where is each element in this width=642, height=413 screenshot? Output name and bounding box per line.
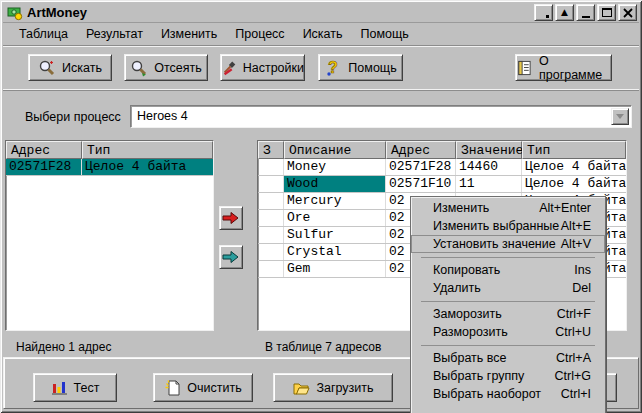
close-button[interactable]: [618, 4, 637, 21]
table-cell: Ore: [284, 210, 386, 226]
menu-item-shortcut: Ctrl+G: [555, 369, 591, 383]
menu-item-label: Копировать: [433, 263, 500, 277]
context-menu-item[interactable]: ЗаморозитьCtrl+F: [411, 305, 605, 323]
context-menu-item[interactable]: ИзменитьAlt+Enter: [411, 199, 605, 217]
process-label: Выбери процесс: [25, 110, 121, 124]
menu-table[interactable]: Таблица: [10, 24, 77, 44]
about-button-label: О программе: [539, 54, 611, 82]
table-cell: Целое 4 байта: [82, 159, 213, 175]
left-status: Найдено 1 адрес: [16, 340, 111, 354]
menu-item-label: Изменить: [433, 201, 489, 215]
menu-result[interactable]: Результат: [77, 24, 152, 44]
context-menu-item[interactable]: УдалитьDel: [411, 279, 605, 297]
maximize-icon: [602, 8, 612, 17]
minimize-button[interactable]: [576, 4, 595, 21]
search-results-table[interactable]: Адрес Тип 02571F28 Целое 4 байта: [5, 140, 214, 331]
menu-item-shortcut: Alt+Enter: [539, 201, 591, 215]
menu-help[interactable]: Помощь: [352, 24, 418, 44]
help-button-label: Помощь: [348, 61, 396, 75]
process-combobox[interactable]: Heroes 4: [130, 105, 632, 128]
menu-item-shortcut: Alt+E: [561, 219, 591, 233]
menu-item-shortcut: Ctrl+F: [557, 307, 591, 321]
column-header[interactable]: Значение: [456, 141, 522, 159]
menu-item-shortcut: Ctrl+I: [561, 387, 591, 401]
menu-item-label: Выбрать наоборот: [433, 387, 541, 401]
search-button-label: Искать: [62, 61, 102, 75]
menu-edit[interactable]: Изменить: [152, 24, 226, 44]
table-cell: [258, 261, 284, 277]
menu-item-shortcut: Del: [572, 281, 591, 295]
sieve-button-label: Отсеять: [154, 61, 202, 75]
app-money-icon: [7, 5, 23, 21]
chevron-down-icon: [616, 114, 624, 119]
move-all-to-table-button[interactable]: [219, 245, 243, 269]
context-menu-item[interactable]: Установить значениеAlt+V: [411, 235, 605, 253]
table-cell: Целое 4 байта: [522, 176, 626, 192]
test-button[interactable]: Тест: [33, 373, 117, 402]
search-button[interactable]: Искать: [28, 54, 112, 81]
combo-dropdown-button[interactable]: [611, 108, 629, 125]
close-icon: [623, 8, 633, 18]
right-status: В таблице 7 адресов: [265, 340, 381, 354]
menu-process[interactable]: Процесс: [226, 24, 293, 44]
about-icon: [516, 59, 533, 77]
table-cell: [258, 176, 284, 192]
help-button[interactable]: ? Помощь: [318, 54, 403, 81]
menu-item-label: Выбрать все: [433, 351, 507, 365]
process-value: Heroes 4: [137, 109, 188, 123]
context-menu-item[interactable]: КопироватьIns: [411, 261, 605, 279]
menu-item-label: Установить значение: [433, 237, 556, 251]
table-row[interactable]: Money02571F2814460Целое 4 байта: [258, 159, 626, 176]
column-header[interactable]: Тип: [522, 141, 626, 159]
column-header[interactable]: Адрес: [386, 141, 456, 159]
table-row[interactable]: 02571F28 Целое 4 байта: [6, 159, 213, 176]
window-title: ArtMoney: [27, 5, 87, 20]
table-cell: Money: [284, 159, 386, 175]
search-icon: [38, 59, 56, 77]
clear-button[interactable]: Очистить: [153, 373, 253, 402]
context-menu-item[interactable]: Выбрать группуCtrl+G: [411, 367, 605, 385]
menubar: Таблица Результат Изменить Процесс Искат…: [4, 24, 418, 44]
table-cell: 11: [456, 176, 522, 192]
table-cell: Sulfur: [284, 227, 386, 243]
column-header[interactable]: Адрес: [6, 141, 82, 159]
bar-chart-icon: [51, 379, 68, 396]
move-to-table-button[interactable]: [219, 206, 243, 230]
context-menu-item[interactable]: РазморозитьCtrl+U: [411, 323, 605, 341]
titlebar[interactable]: ArtMoney ▲: [3, 3, 639, 23]
context-menu: ИзменитьAlt+EnterИзменить выбранныеAlt+E…: [410, 196, 606, 413]
context-menu-item[interactable]: Изменить выбранныеAlt+E: [411, 217, 605, 235]
clear-page-icon: [164, 379, 181, 396]
menu-item-shortcut: Ctrl+U: [555, 325, 591, 339]
menu-item-label: Удалить: [433, 281, 481, 295]
rollup-button[interactable]: [534, 4, 553, 21]
dot-icon: [546, 15, 549, 18]
settings-button[interactable]: Настройки: [220, 54, 305, 81]
menu-search[interactable]: Искать: [294, 24, 352, 44]
context-menu-item[interactable]: Выбрать наоборотCtrl+I: [411, 385, 605, 403]
test-button-label: Тест: [74, 381, 100, 395]
table-cell: Gem: [284, 261, 386, 277]
menu-item-shortcut: Ctrl+A: [556, 351, 591, 365]
load-button[interactable]: Загрузить: [273, 373, 393, 402]
context-menu-item[interactable]: Выбрать всеCtrl+A: [411, 349, 605, 367]
red-arrow-right-icon: [222, 211, 240, 225]
always-on-top-button[interactable]: ▲: [555, 4, 574, 21]
table-row[interactable]: Wood02571F1011Целое 4 байта: [258, 176, 626, 193]
about-button[interactable]: О программе: [515, 54, 612, 81]
maximize-button[interactable]: [597, 4, 616, 21]
filter-search-icon: [130, 59, 148, 77]
clear-button-label: Очистить: [187, 381, 241, 395]
sieve-button[interactable]: Отсеять: [124, 54, 208, 81]
table-cell: Wood: [284, 176, 386, 192]
column-header[interactable]: Тип: [82, 141, 213, 159]
table-cell: Целое 4 байта: [522, 159, 626, 175]
table-cell: 02571F28: [6, 159, 82, 175]
column-header[interactable]: Описание: [284, 141, 386, 159]
menu-separator: [421, 345, 595, 346]
table-cell: [258, 210, 284, 226]
menu-separator: [421, 257, 595, 258]
column-header[interactable]: З: [258, 141, 284, 159]
load-button-label: Загрузить: [316, 381, 373, 395]
table-cell: [258, 244, 284, 260]
